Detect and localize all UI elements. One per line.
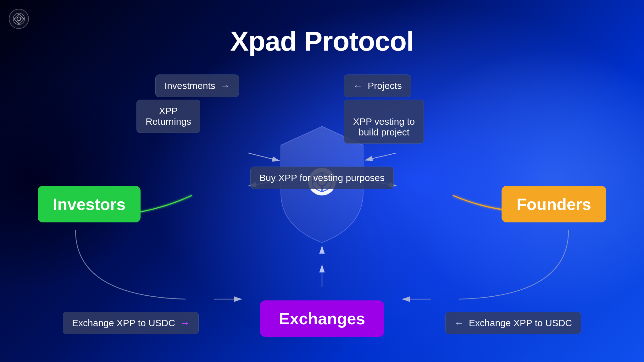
xpp-returnings-label: XPP Returnings	[146, 106, 191, 127]
investments-label: Investments	[164, 80, 215, 91]
investments-box: Investments →	[155, 74, 239, 97]
founders-box: Founders	[502, 186, 606, 222]
svg-line-20	[365, 153, 396, 160]
xpp-returnings-box: XPP Returnings	[136, 100, 200, 133]
exchanges-label: Exchanges	[279, 310, 365, 328]
exchanges-box: Exchanges	[260, 300, 384, 337]
diagram-area: Investors Founders Exchanges Investments…	[0, 57, 644, 362]
founders-label: Founders	[517, 195, 591, 213]
xpp-vesting-label: XPP vesting to build project	[353, 116, 415, 137]
buy-xpp-box: Buy XPP for vesting purposes	[250, 167, 394, 189]
investors-label: Investors	[53, 195, 125, 213]
investors-box: Investors	[38, 186, 141, 222]
exchange-left-label: Exchange XPP to USDC	[72, 318, 175, 328]
buy-xpp-label: Buy XPP for vesting purposes	[259, 173, 385, 183]
projects-box: ← Projects	[344, 74, 411, 97]
xpp-vesting-box: XPP vesting to build project	[344, 100, 424, 144]
projects-label: Projects	[368, 80, 402, 91]
exchange-right-box: ← Exchange XPP to USDC	[445, 312, 581, 334]
content-area: Xpad Protocol	[0, 0, 644, 362]
exchange-left-box: Exchange XPP to USDC →	[63, 312, 199, 334]
svg-line-18	[248, 153, 280, 161]
page-title: Xpad Protocol	[230, 25, 414, 57]
exchange-right-label: Exchange XPP to USDC	[469, 318, 572, 328]
